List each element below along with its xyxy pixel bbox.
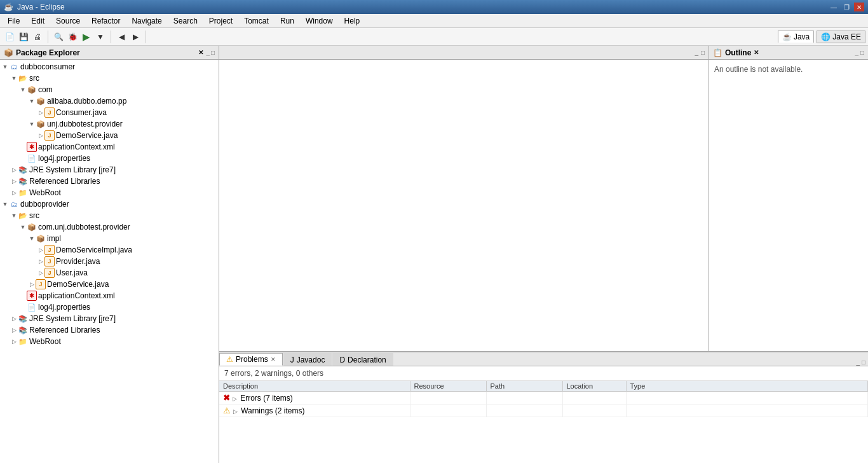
tree-arrow-demoservice2: ▷ [28, 281, 36, 287]
problem-path-1 [486, 404, 562, 417]
minimize-panel-button[interactable]: _ [206, 49, 210, 56]
prev-edit-button[interactable]: ◀ [114, 30, 128, 44]
tree-item-impl[interactable]: ▼📦impl [0, 233, 219, 244]
close-button[interactable]: ✕ [854, 3, 864, 11]
tree-item-demoservice[interactable]: ▷JDemoService.java [0, 130, 219, 141]
tree-item-reflibs2[interactable]: ▷📚Referenced Libraries [0, 324, 219, 336]
tree-item-provider[interactable]: ▷JProvider.java [0, 256, 219, 267]
problem-resource-0 [410, 392, 486, 404]
perspective-java-button[interactable]: ☕ Java [778, 31, 814, 43]
minimize-button[interactable]: — [829, 3, 839, 11]
close-package-explorer-icon[interactable]: ✕ [198, 49, 203, 56]
tree-item-com2[interactable]: ▼📦com.unj.dubbotest.provider [0, 221, 219, 233]
menu-item-project[interactable]: Project [204, 15, 238, 27]
maximize-panel-button[interactable]: □ [211, 49, 215, 56]
tree-item-appctx1[interactable]: ✱applicationContext.xml [0, 141, 219, 153]
tab-problems[interactable]: ⚠ Problems ✕ [219, 353, 283, 366]
menu-item-file[interactable]: File [3, 15, 25, 27]
tree-label-demoservice: DemoService.java [56, 131, 118, 140]
tree-icon-dubboprovider: 🗂 [9, 199, 19, 209]
warning-icon-1: ⚠ [223, 406, 233, 415]
tree-arrow-unj: ▼ [28, 121, 36, 127]
menu-item-refactor[interactable]: Refactor [86, 15, 125, 27]
close-outline-icon[interactable]: ✕ [754, 49, 759, 56]
menu-item-search[interactable]: Search [168, 15, 203, 27]
run-button[interactable]: ▶ [79, 30, 93, 44]
tree-icon-src1: 📂 [18, 73, 28, 83]
save-button[interactable]: 💾 [17, 30, 31, 44]
tree-item-jre2[interactable]: ▷📚JRE System Library [jre7] [0, 313, 219, 324]
tree-item-webroot1[interactable]: ▷📁WebRoot [0, 187, 219, 198]
perspective-javaee-button[interactable]: 🌐 Java EE [817, 31, 865, 43]
tree-icon-jre2: 📚 [18, 314, 28, 324]
top-right-area: _ □ 📋 Outline ✕ _ □ An outline is not av… [219, 46, 868, 352]
toolbar-separator-2 [111, 31, 111, 43]
problem-row-1[interactable]: ⚠ ▷ Warnings (2 items) [219, 404, 868, 417]
search-button[interactable]: 🔍 [51, 30, 65, 44]
menu-item-help[interactable]: Help [339, 15, 365, 27]
tree-arrow-reflibs1: ▷ [10, 178, 18, 184]
print-button[interactable]: 🖨 [31, 30, 44, 44]
tree-icon-consumer: J [44, 107, 55, 118]
tree-item-appctx2[interactable]: ✱applicationContext.xml [0, 290, 219, 301]
tab-javadoc[interactable]: J Javadoc [283, 353, 332, 366]
tree-icon-com2: 📦 [27, 222, 37, 232]
tab-declaration[interactable]: D Declaration [332, 353, 393, 366]
tree-item-user[interactable]: ▷JUser.java [0, 267, 219, 279]
maximize-outline-button[interactable]: □ [860, 49, 864, 56]
minimize-outline-button[interactable]: _ [855, 49, 858, 56]
problems-table: Description Resource Path Location Type … [219, 381, 868, 417]
problem-row-0[interactable]: ✖ ▷ Errors (7 items) [219, 392, 868, 404]
tree-item-log4j2[interactable]: 📄log4j.properties [0, 301, 219, 313]
minimize-bottom-button[interactable]: _ [856, 359, 860, 366]
menu-item-run[interactable]: Run [275, 15, 299, 27]
close-problems-tab[interactable]: ✕ [271, 356, 276, 363]
tree-label-appctx1: applicationContext.xml [38, 142, 115, 151]
menu-item-tomcat[interactable]: Tomcat [239, 15, 274, 27]
tree-arrow-src1: ▼ [10, 75, 18, 81]
tree-arrow-dubboconsumer: ▼ [1, 64, 9, 70]
debug-button[interactable]: 🐞 [65, 30, 79, 44]
tree-label-dubboconsumer: dubboconsumer [20, 62, 75, 71]
problem-desc-0: ✖ ▷ Errors (7 items) [219, 392, 410, 404]
menu-item-window[interactable]: Window [301, 15, 338, 27]
tree-icon-impl: 📦 [36, 233, 46, 244]
next-edit-button[interactable]: ▶ [128, 30, 142, 44]
menu-item-edit[interactable]: Edit [26, 15, 50, 27]
problems-content: 7 errors, 2 warnings, 0 others Descripti… [219, 366, 868, 463]
menu-item-source[interactable]: Source [51, 15, 85, 27]
tree-icon-webroot2: 📁 [18, 336, 28, 347]
new-button[interactable]: 📄 [3, 30, 17, 44]
tree-item-reflibs1[interactable]: ▷📚Referenced Libraries [0, 176, 219, 187]
declaration-tab-icon: D [339, 356, 345, 364]
tree-item-com[interactable]: ▼📦com [0, 84, 219, 95]
tree-item-src2[interactable]: ▼📂src [0, 210, 219, 221]
tree-arrow-jre2: ▷ [10, 315, 18, 322]
menu-bar: FileEditSourceRefactorNavigateSearchProj… [0, 14, 868, 28]
restore-button[interactable]: ❐ [841, 3, 851, 11]
menu-item-navigate[interactable]: Navigate [126, 15, 166, 27]
maximize-editor-button[interactable]: □ [701, 49, 705, 56]
tree-item-webroot2[interactable]: ▷📁WebRoot [0, 336, 219, 347]
tree-item-unj[interactable]: ▼📦unj.dubbotest.provider [0, 118, 219, 130]
tree-icon-appctx2: ✱ [27, 291, 37, 301]
outline-message: An outline is not available. [709, 60, 868, 351]
tree-label-reflibs2: Referenced Libraries [29, 326, 100, 335]
run-dropdown[interactable]: ▼ [93, 30, 107, 44]
expand-arrow-0: ▷ [233, 396, 239, 402]
minimize-editor-button[interactable]: _ [695, 49, 698, 56]
tree-item-demoserviceimpl[interactable]: ▷JDemoServiceImpl.java [0, 244, 219, 256]
maximize-bottom-button[interactable]: □ [862, 359, 865, 366]
tree-item-dubboprovider[interactable]: ▼🗂dubboprovider [0, 198, 219, 210]
tree-item-log4j1[interactable]: 📄log4j.properties [0, 153, 219, 164]
col-path: Path [486, 381, 562, 392]
tree-item-consumer[interactable]: ▷JConsumer.java [0, 107, 219, 118]
tree-label-com2: com.unj.dubbotest.provider [38, 223, 130, 232]
tree-item-alibaba[interactable]: ▼📦alibaba.dubbo.demo.pp [0, 95, 219, 107]
tree-item-demoservice2[interactable]: ▷JDemoService.java [0, 279, 219, 290]
expand-arrow-1: ▷ [233, 408, 240, 415]
tree-item-src1[interactable]: ▼📂src [0, 73, 219, 84]
tree-item-jre1[interactable]: ▷📚JRE System Library [jre7] [0, 164, 219, 176]
problem-resource-1 [410, 404, 486, 417]
tree-item-dubboconsumer[interactable]: ▼🗂dubboconsumer [0, 61, 219, 73]
